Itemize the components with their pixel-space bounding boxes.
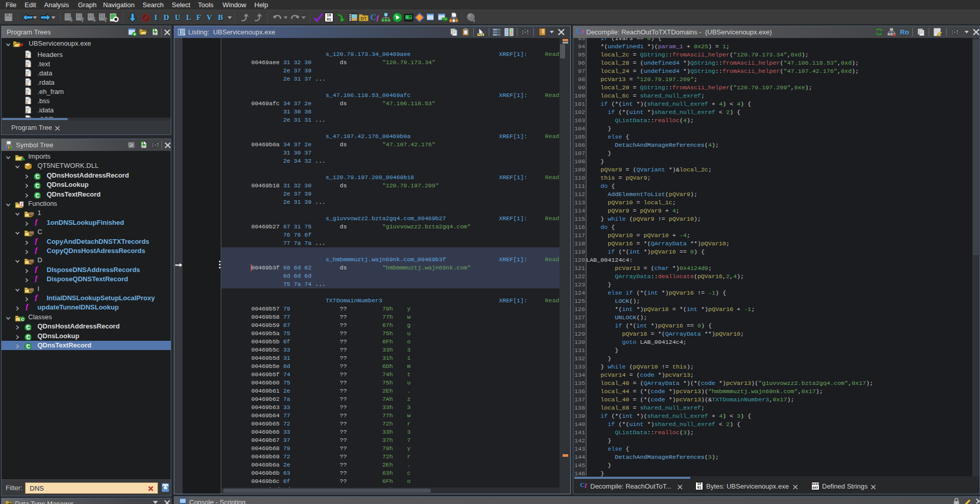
svg-text:DT: DT xyxy=(361,16,367,21)
svg-text:C: C xyxy=(21,317,24,322)
